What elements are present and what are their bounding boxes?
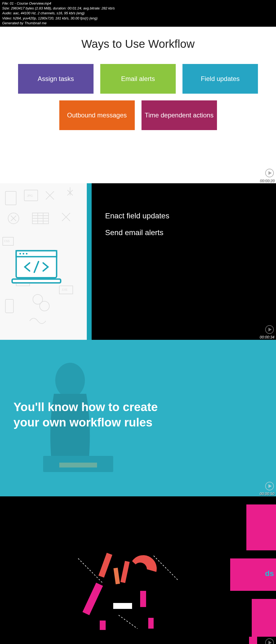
teal-vertical-strip [87, 183, 92, 340]
svg-text:JPG: JPG [27, 194, 33, 197]
laptop-code-icon [9, 248, 63, 287]
svg-rect-38 [113, 603, 132, 609]
svg-rect-23 [12, 279, 61, 283]
thumbnail-frame-2: JPG CSS HTML .EXE [0, 183, 276, 340]
play-icon [265, 325, 274, 334]
svg-point-20 [19, 253, 21, 255]
svg-marker-25 [268, 328, 272, 331]
svg-rect-37 [120, 561, 130, 583]
thumbnail-frame-1: Ways to Use Workflow Assign tasks Email … [0, 27, 276, 183]
box-row-2: Outbound messages Time dependent actions [11, 100, 265, 130]
pink-block-4 [249, 637, 257, 644]
svg-rect-35 [82, 583, 103, 615]
audio-line: Audio: aac, 44100 Hz, 2 channels, s16, 9… [2, 11, 274, 16]
box-field-updates: Field updates [182, 64, 258, 94]
svg-rect-13 [5, 299, 13, 313]
play-icon [265, 482, 274, 490]
timestamp: 00:00:20 [260, 178, 275, 183]
timestamp: 00:00:34 [260, 335, 275, 339]
svg-point-21 [23, 253, 24, 255]
box-row-1: Assign tasks Email alerts Field updates [11, 64, 265, 94]
box-assign-tasks: Assign tasks [18, 64, 94, 94]
svg-marker-30 [268, 484, 272, 488]
svg-rect-41 [148, 618, 154, 629]
video-line: Video: h264, yuv420p, 1280x720, 181 kb/s… [2, 16, 274, 21]
svg-rect-2 [5, 191, 16, 205]
abstract-shapes [70, 537, 189, 631]
headline-line-2: your own workflow rules [13, 415, 158, 430]
box-email-alerts: Email alerts [100, 64, 176, 94]
bullet-line-1: Enact field updates [105, 208, 263, 224]
play-icon [265, 638, 274, 644]
size-line: Size: 2963417 bytes (2.83 MiB), duration… [2, 6, 274, 11]
partial-text-ds: ds [265, 569, 274, 578]
svg-text:CSS: CSS [4, 240, 10, 243]
bullet-line-2: Send email alerts [105, 224, 263, 241]
svg-rect-39 [140, 591, 146, 607]
metadata-header: File: 01 - Course Overview.mp4 Size: 296… [0, 0, 276, 27]
svg-point-15 [40, 301, 49, 311]
svg-rect-36 [113, 568, 120, 584]
svg-point-22 [26, 253, 27, 255]
pink-block-3 [252, 599, 276, 637]
svg-rect-34 [98, 553, 112, 578]
thumbnail-frame-3: You'll know how to create your own workf… [0, 340, 276, 496]
generated-line: Generated by Thumbnail me [2, 21, 274, 26]
svg-marker-43 [268, 641, 272, 644]
svg-point-26 [55, 363, 85, 398]
headline-line-1: You'll know how to create [13, 399, 158, 415]
svg-line-32 [154, 556, 178, 580]
file-line: File: 01 - Course Overview.mp4 [2, 1, 274, 6]
svg-rect-19 [16, 251, 57, 257]
headline-text: You'll know how to create your own workf… [13, 399, 158, 430]
play-icon [265, 169, 274, 177]
svg-line-33 [119, 615, 137, 629]
thumbnail-frame-4: ds 00:01:20 [0, 496, 276, 644]
svg-marker-1 [268, 171, 272, 175]
svg-line-31 [78, 558, 102, 583]
timestamp: 00:00:50 [260, 492, 275, 496]
slide-title: Ways to Use Workflow [11, 38, 265, 50]
svg-text:.EXE: .EXE [61, 288, 68, 291]
box-outbound-messages: Outbound messages [59, 100, 135, 130]
right-text-panel: Enact field updates Send email alerts [92, 183, 276, 340]
svg-rect-40 [100, 621, 106, 630]
svg-rect-28 [59, 463, 97, 467]
box-time-dependent: Time dependent actions [142, 100, 217, 130]
left-decoration-panel: JPG CSS HTML .EXE [0, 183, 92, 340]
pink-block-1 [246, 504, 276, 550]
